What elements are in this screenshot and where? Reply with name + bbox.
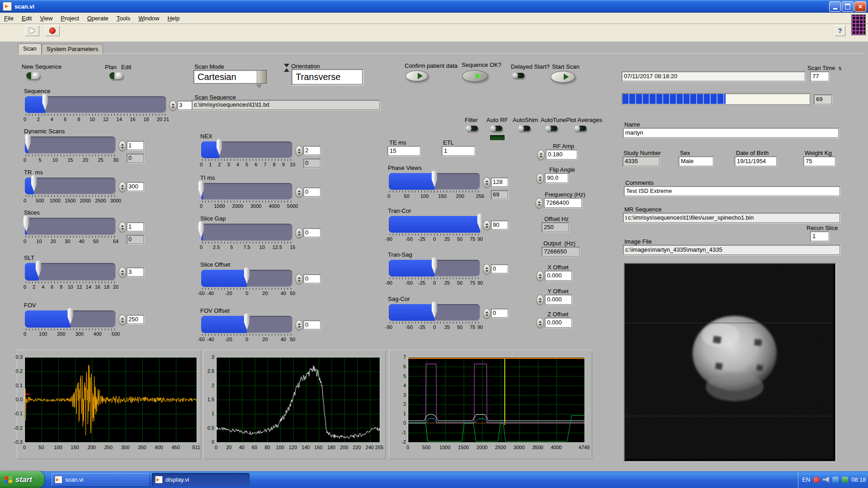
phase-views-value[interactable]: 128 [491, 178, 508, 187]
slice-offset-slider[interactable]: Slice Offset-50-40-2002040500 [201, 270, 292, 287]
dob-value[interactable]: 19/11/1954 [735, 156, 777, 166]
nex-spinner[interactable] [295, 145, 303, 156]
z-offset-value[interactable]: 0.000 [545, 318, 572, 328]
taskbar-item-scan-vi[interactable]: scan.vi [52, 473, 149, 486]
x-offset-spinner[interactable] [536, 271, 544, 282]
tran-cor-slider[interactable]: Tran-Cor-90-50-2502550759090 [389, 216, 480, 233]
tran-sag-track[interactable] [389, 260, 480, 277]
tran-sag-slider[interactable]: Tran-Sag-90-50-250255075900 [389, 260, 480, 277]
shield-icon[interactable] [842, 477, 848, 483]
slice-gap-spinner[interactable] [295, 228, 303, 239]
menu-window[interactable]: Window [134, 14, 163, 23]
confirm-patient-button[interactable] [406, 70, 428, 81]
fov-offset-value[interactable]: 0 [303, 320, 321, 329]
sag-cor-track[interactable] [389, 304, 480, 321]
scan-sequence-value[interactable]: c:\imrisys\sequences\t1\t1.txt [192, 100, 380, 110]
tr-value[interactable]: 300 [127, 182, 144, 191]
te-value[interactable]: 15 [387, 146, 420, 156]
slices-spinner[interactable] [118, 222, 126, 233]
slice-offset-track[interactable] [201, 270, 292, 287]
frequency-spinner[interactable] [535, 198, 543, 209]
frequency-value[interactable]: 7266400 [544, 198, 582, 208]
slice-gap-value[interactable]: 0 [303, 228, 321, 237]
new-sequence-toggle[interactable] [26, 72, 40, 79]
language-indicator[interactable]: EN [802, 476, 810, 483]
tr-track[interactable] [25, 178, 116, 194]
comments-value[interactable]: Test ISD Extreme [624, 186, 840, 196]
start-button[interactable]: start [0, 471, 44, 488]
fov-offset-slider[interactable]: FOV Offset-50-40-2002040500 [201, 316, 292, 333]
scan-mode-dropdown[interactable]: Cartesian [193, 70, 267, 84]
sag-cor-spinner[interactable] [483, 308, 491, 319]
tab-scan[interactable]: Scan [18, 43, 42, 55]
tran-cor-spinner[interactable] [483, 220, 491, 231]
filter-toggle[interactable] [466, 126, 478, 131]
ti-value[interactable]: 0 [303, 188, 321, 197]
slices-value[interactable]: 1 [127, 222, 144, 231]
slices-slider[interactable]: Slices010203040506410 [25, 218, 116, 235]
abort-button[interactable] [45, 25, 60, 36]
dynamic-scans-spinner[interactable] [118, 141, 126, 151]
tran-cor-value[interactable]: 90 [491, 221, 508, 230]
phase-views-spinner[interactable] [483, 177, 491, 188]
minimize-button[interactable] [829, 1, 841, 12]
ti-slider[interactable]: TI ms0100020003000400050000 [201, 183, 292, 200]
y-offset-spinner[interactable] [536, 295, 544, 305]
recon-slice-value[interactable]: 1 [810, 231, 829, 241]
sequence-slider[interactable]: Sequence02468101214161820213 [25, 96, 166, 113]
y-offset-value[interactable]: 0.000 [545, 295, 572, 305]
flip-angle-value[interactable]: 90.0 [545, 173, 568, 183]
patient-name-value[interactable]: martyn [623, 128, 839, 138]
slices-track[interactable] [25, 218, 116, 235]
menu-help[interactable]: Help [163, 14, 184, 23]
sag-cor-value[interactable]: 0 [491, 309, 508, 318]
rf-amp-spinner[interactable] [537, 150, 545, 160]
dropdown-arrow-icon[interactable] [256, 84, 262, 89]
plan-edit-toggle[interactable] [109, 72, 123, 79]
image-file-value[interactable]: c:\images\martyn_4335\martyn_4335 [623, 245, 840, 255]
window-titlebar[interactable]: scan.vi ✕ [0, 0, 868, 13]
fov-offset-spinner[interactable] [295, 320, 303, 331]
taskbar-item-display-vi[interactable]: display.vi [152, 473, 250, 486]
menu-view[interactable]: View [36, 14, 57, 23]
x-offset-value[interactable]: 0.000 [545, 271, 572, 281]
tr-slider[interactable]: TR ms050010001500200025003000300 [25, 178, 116, 194]
help-button[interactable]: ? [835, 25, 845, 36]
sequence-track[interactable] [25, 96, 166, 113]
network-icon[interactable] [832, 477, 839, 483]
slice-gap-track[interactable] [201, 224, 292, 241]
fov-spinner[interactable] [118, 314, 126, 325]
menu-file[interactable]: File [0, 14, 18, 23]
autotune-toggle[interactable] [545, 126, 557, 131]
sex-value[interactable]: Male [679, 156, 713, 166]
close-button[interactable]: ✕ [854, 1, 866, 12]
volume-icon[interactable] [823, 477, 829, 483]
auto-rf-toggle[interactable] [490, 126, 502, 131]
fov-slider[interactable]: FOV0100200300400500250 [25, 310, 116, 328]
tr-spinner[interactable] [118, 182, 126, 192]
ti-thumb[interactable] [198, 181, 204, 197]
sequence-ok-indicator[interactable] [462, 70, 488, 82]
tran-sag-value[interactable]: 0 [491, 264, 508, 273]
mr-sequence-value[interactable]: Ic:\imrisys\sequences\t1\files\user_spin… [623, 213, 840, 223]
menu-edit[interactable]: Edit [18, 14, 36, 23]
nex-value[interactable]: 2 [303, 146, 321, 155]
nex-track[interactable] [201, 141, 292, 158]
slt-value[interactable]: 3 [127, 267, 144, 277]
autoshim-toggle[interactable] [518, 126, 530, 131]
sequence-value[interactable]: 3 [177, 101, 193, 110]
tran-sag-spinner[interactable] [483, 264, 491, 275]
phase-views-slider[interactable]: Phase Views05010015020025612869 [389, 173, 480, 190]
phase-views-track[interactable] [389, 173, 480, 190]
tray-status-icon[interactable] [813, 477, 820, 483]
slice-offset-value[interactable]: 0 [303, 274, 321, 283]
plot-averages-toggle[interactable] [574, 126, 586, 131]
rf-amp-value[interactable]: 0.180 [546, 150, 577, 160]
ti-track[interactable] [201, 183, 292, 200]
slt-track[interactable] [25, 263, 116, 281]
dynamic-scans-track[interactable] [25, 136, 116, 154]
slt-spinner[interactable] [118, 267, 126, 278]
etl-value[interactable]: 1 [442, 146, 475, 156]
dynamic-scans-value[interactable]: 1 [127, 141, 144, 150]
weight-value[interactable]: 75 [803, 156, 835, 166]
